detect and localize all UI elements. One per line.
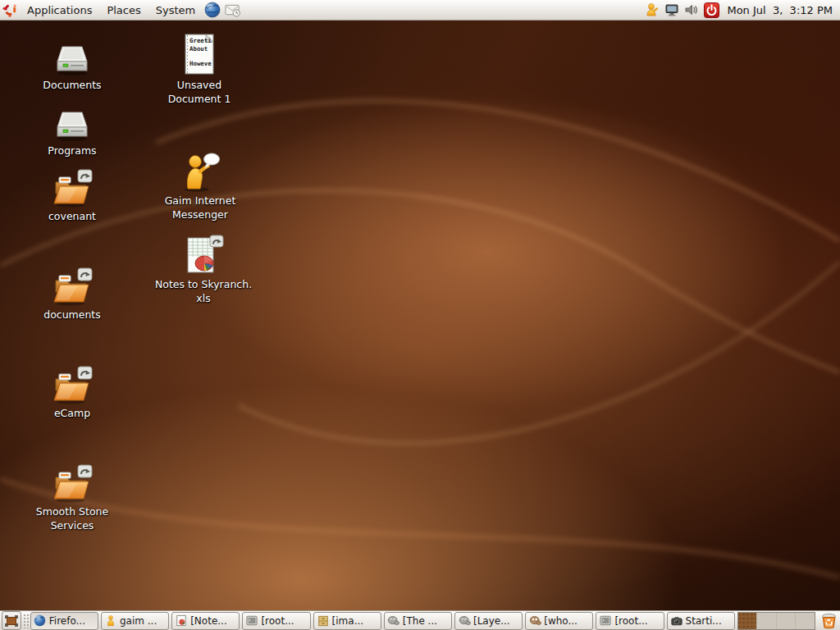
- desktop-icon-label: Programs: [48, 144, 96, 158]
- desktop-icon-label: covenant: [48, 210, 96, 224]
- workspace-4[interactable]: [796, 613, 814, 629]
- gaim-person-icon: [178, 152, 222, 193]
- spreadsheet-icon: [175, 614, 188, 628]
- user-presence-icon[interactable]: [644, 2, 660, 18]
- terminal-icon: [599, 614, 612, 628]
- camera-icon: [670, 614, 683, 628]
- taskbar-button-who[interactable]: [who...: [525, 612, 593, 630]
- drive-icon: [53, 41, 91, 77]
- text-document-icon: Greeti About Howeve: [180, 33, 218, 77]
- desktop-icon-ecamp[interactable]: eCamp: [15, 364, 130, 421]
- cabinet-icon: [317, 614, 330, 628]
- gimp-brown-icon: [528, 614, 541, 628]
- desktop-icon-label: Notes to Skyranch.xls: [154, 278, 253, 306]
- taskbar-button-gaim[interactable]: gaim ...: [101, 612, 169, 630]
- taskbar-button-root-terminal-1[interactable]: [root...: [242, 612, 310, 630]
- gimp-icon: [387, 614, 400, 628]
- trash-applet[interactable]: [820, 612, 838, 630]
- folder-link-icon: [51, 364, 94, 405]
- show-desktop-button[interactable]: [2, 611, 21, 630]
- folder-link-icon: [51, 463, 94, 504]
- desktop-icon-unsaved-document[interactable]: Greeti About Howeve Unsaved Document 1: [142, 33, 257, 107]
- desktop-icon-programs[interactable]: Programs: [15, 107, 130, 158]
- desktop-icon-label: documents: [43, 308, 101, 322]
- desktop-icon-notes-to-skyranch[interactable]: Notes to Skyranch.xls: [146, 234, 261, 306]
- show-desktop-icon: [5, 615, 18, 627]
- bottom-panel: Firefo... gaim ... [Note... [root... [im…: [0, 610, 840, 630]
- spreadsheet-link-icon: [182, 234, 225, 276]
- desktop-icon-documents[interactable]: Documents: [15, 41, 130, 93]
- trash-icon: [821, 613, 837, 629]
- desktop-icon-label: Smooth Stone Services: [31, 505, 113, 533]
- desktop-icon-covenant[interactable]: covenant: [15, 167, 130, 224]
- folder-link-icon: [51, 167, 94, 208]
- clock[interactable]: Mon Jul 3, 3:12 PM: [723, 4, 837, 16]
- taskbar-button-layers[interactable]: [Laye...: [454, 612, 523, 630]
- taskbar-button-the-gimp[interactable]: [The ...: [384, 612, 452, 630]
- top-panel: Applications Places System: [0, 0, 840, 21]
- web-browser-launcher-icon[interactable]: [203, 1, 221, 19]
- system-tray: Mon Jul 3, 3:12 PM: [644, 2, 840, 18]
- panel-grip-handle[interactable]: [23, 614, 29, 628]
- desktop-icon-label: Gaim Internet Messenger: [155, 194, 245, 222]
- volume-icon[interactable]: [683, 2, 700, 18]
- desktop-icon-label: Documents: [43, 79, 101, 93]
- terminal-icon: [245, 614, 258, 628]
- workspace-1[interactable]: [738, 613, 757, 629]
- svg-text:Greeti: Greeti: [189, 37, 212, 44]
- desktop-icon-documents-folder[interactable]: documents: [15, 266, 130, 322]
- taskbar-button-starting[interactable]: Starti...: [667, 612, 735, 630]
- desktop-icon-label: eCamp: [54, 407, 90, 421]
- display-icon[interactable]: [664, 2, 680, 18]
- desktop-icon-gaim[interactable]: Gaim Internet Messenger: [143, 152, 258, 222]
- taskbar-button-root-terminal-2[interactable]: [root...: [596, 612, 664, 630]
- drive-icon: [53, 107, 91, 143]
- desktop-icon-smooth-stone-services[interactable]: Smooth Stone Services: [15, 463, 130, 533]
- menu-places[interactable]: Places: [99, 0, 148, 20]
- globe-icon: [34, 614, 47, 628]
- folder-link-icon: [51, 266, 94, 307]
- workspace-switcher: [737, 612, 815, 630]
- taskbar-button-notes[interactable]: [Note...: [171, 612, 240, 630]
- ubuntu-logo-icon[interactable]: [1, 1, 19, 19]
- desktop-icon-label: Unsaved Document 1: [149, 79, 249, 107]
- menu-system[interactable]: System: [148, 0, 203, 20]
- restart-notifier-icon[interactable]: [703, 2, 719, 18]
- svg-text:About: About: [189, 45, 208, 52]
- taskbar-button-image[interactable]: [ima...: [313, 612, 381, 630]
- ubuntu-desktop: { "top_panel": { "menus": [ {"label": "A…: [0, 0, 840, 630]
- workspace-2[interactable]: [757, 613, 776, 629]
- svg-text:Howeve: Howeve: [189, 60, 212, 67]
- gimp-icon: [458, 614, 471, 628]
- taskbar-button-firefox[interactable]: Firefo...: [30, 612, 98, 630]
- workspace-3[interactable]: [777, 613, 796, 629]
- email-launcher-icon[interactable]: [223, 1, 241, 19]
- menu-applications[interactable]: Applications: [20, 0, 99, 20]
- person-icon: [104, 614, 117, 628]
